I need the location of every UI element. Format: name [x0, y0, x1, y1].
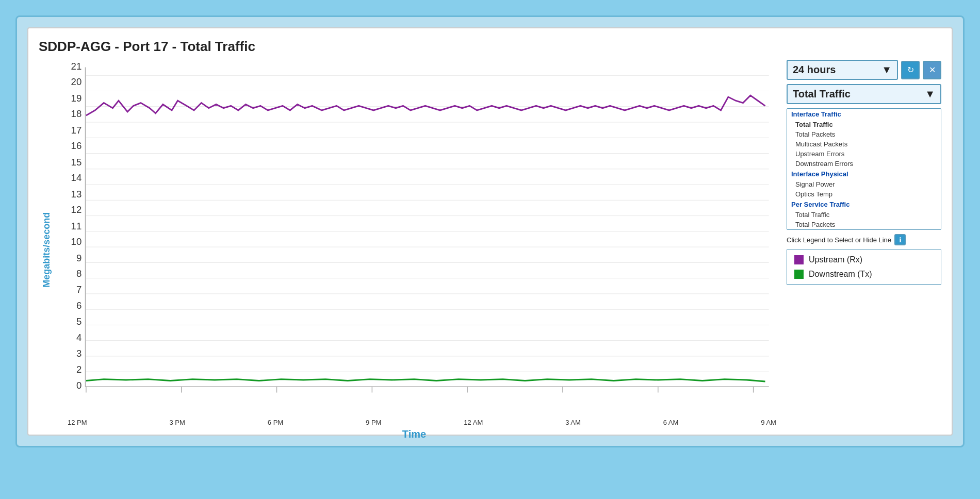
y-axis-label: Megabits/second: [39, 60, 52, 440]
close-icon: ✕: [929, 65, 936, 75]
x-tick-1: 12 PM: [68, 419, 87, 426]
inner-card: SDDP-AGG - Port 17 - Total Traffic Megab…: [27, 27, 953, 436]
svg-text:6: 6: [76, 300, 81, 311]
timerange-row: 24 hours ▼ ↻ ✕: [787, 60, 941, 80]
dropdown-item-signal-power[interactable]: Signal Power: [787, 179, 941, 189]
legend-swatch-downstream: [794, 270, 804, 279]
dropdown-item-upstream-errors[interactable]: Upstream Errors: [787, 149, 941, 159]
refresh-button[interactable]: ↻: [901, 61, 920, 79]
x-tick-2: 3 PM: [170, 419, 185, 426]
info-icon: ℹ: [899, 236, 902, 244]
x-tick-3: 6 PM: [268, 419, 283, 426]
svg-text:10: 10: [71, 236, 82, 247]
svg-text:4: 4: [76, 332, 81, 343]
x-axis-title: Time: [52, 428, 776, 440]
svg-rect-52: [794, 255, 804, 264]
dropdown-item-total-packets[interactable]: Total Packets: [787, 129, 941, 139]
group-header-interface-traffic: Interface Traffic: [787, 109, 941, 120]
chart-inner: 0 2 3 4 5 6 7 8 9 10 11 12 13: [52, 60, 776, 440]
metric-select[interactable]: Total Traffic ▼: [787, 84, 941, 104]
chart-svg-area: 0 2 3 4 5 6 7 8 9 10 11 12 13: [52, 60, 776, 417]
svg-text:13: 13: [71, 189, 82, 199]
dropdown-menu: Interface Traffic Total Traffic Total Pa…: [787, 108, 941, 230]
group-header-per-service-traffic: Per Service Traffic: [787, 199, 941, 210]
svg-text:12: 12: [71, 204, 82, 215]
x-tick-8: 9 AM: [761, 419, 776, 426]
svg-text:21: 21: [71, 61, 82, 72]
timerange-arrow: ▼: [881, 64, 892, 76]
legend-label-upstream: Upstream (Rx): [809, 255, 862, 264]
legend-hint-icon: ℹ: [894, 234, 906, 245]
chart-container: Megabits/second 0 2 3 4 5: [39, 60, 776, 440]
metric-label: Total Traffic: [793, 88, 851, 100]
x-axis-labels: 12 PM 3 PM 6 PM 9 PM 12 AM 3 AM 6 AM 9 A…: [52, 417, 776, 426]
dropdown-item-downstream-errors[interactable]: Downstream Errors: [787, 159, 941, 169]
right-panel: 24 hours ▼ ↻ ✕ Total Traffic ▼: [787, 60, 941, 440]
metric-arrow: ▼: [925, 88, 935, 100]
svg-text:0: 0: [76, 380, 81, 391]
svg-text:18: 18: [71, 108, 82, 119]
dropdown-item-per-service-total-packets[interactable]: Total Packets: [787, 220, 941, 229]
upstream-line: [86, 95, 765, 115]
close-button[interactable]: ✕: [923, 61, 941, 79]
svg-text:20: 20: [71, 76, 82, 87]
downstream-line: [86, 379, 765, 381]
legend-item-upstream[interactable]: Upstream (Rx): [794, 255, 934, 264]
legend-swatch-upstream: [794, 255, 804, 264]
timerange-label: 24 hours: [793, 64, 836, 76]
x-tick-6: 3 AM: [565, 419, 581, 426]
dropdown-item-multicast-packets[interactable]: Multicast Packets: [787, 139, 941, 149]
svg-text:15: 15: [71, 157, 82, 168]
svg-rect-53: [794, 270, 804, 279]
dropdown-item-total-traffic[interactable]: Total Traffic: [787, 120, 941, 129]
x-tick-5: 12 AM: [464, 419, 483, 426]
dropdown-item-per-service-total-traffic[interactable]: Total Traffic: [787, 210, 941, 220]
svg-text:17: 17: [71, 125, 82, 136]
legend-box: Upstream (Rx) Downstream (Tx): [787, 250, 941, 285]
outer-border: SDDP-AGG - Port 17 - Total Traffic Megab…: [15, 15, 965, 447]
svg-text:5: 5: [76, 316, 81, 327]
x-tick-4: 9 PM: [366, 419, 381, 426]
group-header-interface-physical: Interface Physical: [787, 169, 941, 179]
svg-text:8: 8: [76, 268, 81, 279]
legend-label-downstream: Downstream (Tx): [809, 270, 872, 279]
svg-text:11: 11: [71, 220, 82, 231]
svg-text:2: 2: [76, 364, 81, 375]
legend-hint: Click Legend to Select or Hide Line ℹ: [787, 234, 941, 245]
x-tick-7: 6 AM: [663, 419, 679, 426]
chart-area: Megabits/second 0 2 3 4 5: [39, 60, 941, 440]
legend-item-downstream[interactable]: Downstream (Tx): [794, 270, 934, 279]
chart-svg: 0 2 3 4 5 6 7 8 9 10 11 12 13: [52, 60, 776, 417]
dropdown-item-optics-temp[interactable]: Optics Temp: [787, 189, 941, 199]
svg-text:16: 16: [71, 140, 82, 151]
svg-text:3: 3: [76, 348, 81, 359]
svg-text:9: 9: [76, 252, 81, 263]
refresh-icon: ↻: [907, 65, 914, 75]
timerange-select[interactable]: 24 hours ▼: [787, 60, 898, 80]
svg-text:7: 7: [76, 284, 81, 295]
svg-text:19: 19: [71, 93, 82, 104]
legend-hint-text: Click Legend to Select or Hide Line: [787, 236, 891, 244]
page-title: SDDP-AGG - Port 17 - Total Traffic: [39, 39, 941, 55]
svg-text:14: 14: [71, 172, 82, 183]
